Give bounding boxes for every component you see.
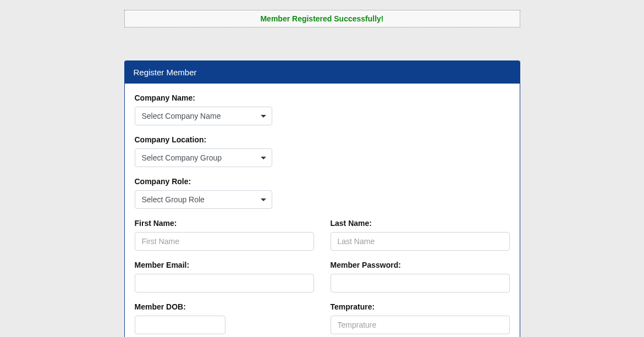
register-member-card: Register Member Company Name: Select Com…: [124, 60, 520, 337]
company-name-select[interactable]: Select Company Name: [135, 107, 272, 125]
company-name-value: Select Company Name: [142, 112, 221, 120]
member-email-input[interactable]: [135, 274, 314, 292]
member-password-input[interactable]: [331, 274, 510, 292]
member-password-label: Member Password:: [331, 261, 510, 269]
card-body: Company Name: Select Company Name Compan…: [125, 84, 520, 337]
company-location-select[interactable]: Select Company Group: [135, 148, 272, 167]
temperature-input[interactable]: [331, 316, 510, 334]
member-dob-input[interactable]: [135, 316, 225, 334]
temperature-label: Temprature:: [331, 302, 510, 311]
chevron-down-icon: [261, 157, 266, 159]
company-location-value: Select Company Group: [142, 153, 222, 162]
chevron-down-icon: [261, 115, 266, 118]
company-name-label: Company Name:: [135, 93, 510, 102]
success-alert: Member Registered Successfully!: [124, 10, 520, 27]
chevron-down-icon: [261, 198, 266, 201]
last-name-label: Last Name:: [331, 219, 510, 228]
company-role-value: Select Group Role: [142, 195, 205, 204]
last-name-input[interactable]: [331, 232, 510, 251]
first-name-label: First Name:: [135, 219, 314, 228]
member-dob-label: Member DOB:: [135, 302, 314, 311]
first-name-input[interactable]: [135, 232, 314, 251]
company-role-select[interactable]: Select Group Role: [135, 190, 272, 209]
company-role-label: Company Role:: [135, 177, 510, 186]
member-email-label: Member Email:: [135, 261, 314, 269]
company-location-label: Company Location:: [135, 135, 510, 144]
card-header: Register Member: [125, 61, 520, 84]
